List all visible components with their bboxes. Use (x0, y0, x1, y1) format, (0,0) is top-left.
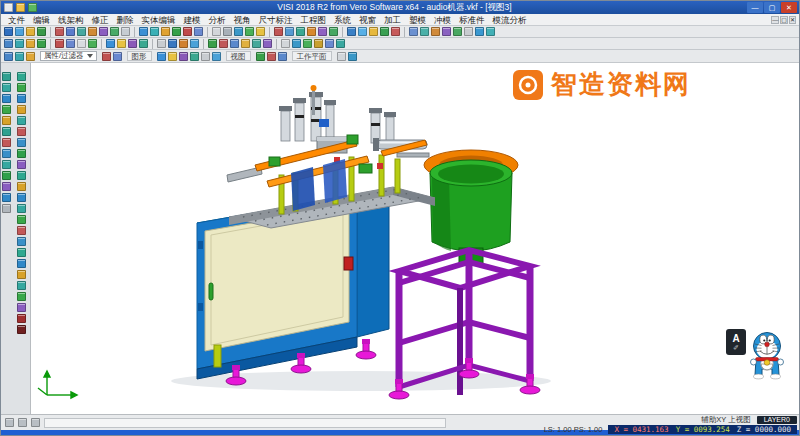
toolbar-icon[interactable] (420, 27, 429, 36)
toolbar-icon[interactable] (17, 149, 26, 158)
toolbar-icon[interactable] (17, 248, 26, 257)
toolbar-icon[interactable] (99, 27, 108, 36)
toolbar-icon[interactable] (17, 270, 26, 279)
workplane-indicator[interactable]: 辅助XY 上视图 (701, 415, 750, 425)
toolbar-icon[interactable] (194, 27, 203, 36)
toolbar-icon[interactable] (2, 72, 11, 81)
toolbar-icon[interactable] (17, 72, 26, 81)
toolbar-icon[interactable] (172, 27, 181, 36)
toolbar-icon[interactable] (380, 27, 389, 36)
toolbar-icon[interactable] (409, 27, 418, 36)
toolbar-icon[interactable] (17, 281, 26, 290)
toolbar-icon[interactable] (347, 27, 356, 36)
toolbar-icon[interactable] (4, 3, 13, 12)
menu-item-13[interactable]: 加工 (380, 15, 405, 25)
toolbar-icon[interactable] (55, 39, 64, 48)
toolbar-icon[interactable] (2, 160, 11, 169)
toolbar-icon[interactable] (303, 39, 312, 48)
toolbar-icon[interactable] (66, 39, 75, 48)
toolbar-icon[interactable] (2, 127, 11, 136)
toolbar-icon[interactable] (292, 39, 301, 48)
toolbar-icon[interactable] (17, 160, 26, 169)
toolbar-icon[interactable] (212, 52, 221, 61)
toolbar-icon[interactable] (139, 27, 148, 36)
toolbar-icon[interactable] (223, 27, 232, 36)
toolbar-icon[interactable] (296, 27, 305, 36)
toolbar-icon[interactable] (256, 27, 265, 36)
toolbar-icon[interactable] (274, 27, 283, 36)
switch-box[interactable] (344, 257, 353, 270)
toolbar-icon[interactable] (77, 27, 86, 36)
toolbar-icon[interactable] (66, 27, 75, 36)
toolbar-icon[interactable] (241, 39, 250, 48)
toolbar-icon[interactable] (17, 127, 26, 136)
toolbar-icon[interactable] (285, 27, 294, 36)
toolbar-icon[interactable] (267, 52, 276, 61)
toolbar-icon[interactable] (110, 27, 119, 36)
toolbar-icon[interactable] (113, 52, 122, 61)
menu-item-16[interactable]: 标准件 (455, 15, 489, 25)
toolbar-icon[interactable] (17, 237, 26, 246)
toolbar-icon[interactable] (2, 149, 11, 158)
toolbar-icon[interactable] (17, 193, 26, 202)
door-handle[interactable] (209, 283, 213, 300)
toolbar-icon[interactable] (2, 116, 11, 125)
toolbar-icon[interactable] (190, 52, 199, 61)
toolbar-icon[interactable] (77, 39, 86, 48)
toolbar-icon[interactable] (256, 52, 265, 61)
machine-model[interactable] (31, 63, 799, 414)
annotation-tool[interactable]: A ✐ (726, 329, 746, 355)
toolbar-icon[interactable] (128, 39, 137, 48)
toolbar-icon[interactable] (391, 27, 400, 36)
menu-item-7[interactable]: 分析 (205, 15, 230, 25)
menu-item-4[interactable]: 删除 (113, 15, 138, 25)
toolbar-icon[interactable] (245, 27, 254, 36)
toolbar-icon[interactable] (121, 27, 130, 36)
toolbar-icon[interactable] (139, 39, 148, 48)
toolbar-icon[interactable] (55, 27, 64, 36)
toolbar-icon[interactable] (348, 52, 357, 61)
toolbar-icon[interactable] (26, 27, 35, 36)
mini-ctl-0[interactable]: — (771, 16, 779, 24)
hopper-feeder[interactable] (424, 150, 518, 264)
toolbar-icon[interactable] (4, 52, 13, 61)
toolbar-icon[interactable] (431, 27, 440, 36)
toolbar-icon[interactable] (31, 418, 40, 427)
toolbar-icon[interactable] (2, 204, 11, 213)
mini-ctl-1[interactable]: ▢ (780, 16, 788, 24)
toolbar-icon[interactable] (17, 226, 26, 235)
toolbar-icon[interactable] (453, 27, 462, 36)
toolbar-icon[interactable] (2, 105, 11, 114)
toolbar-icon[interactable] (17, 325, 26, 334)
maximize-button[interactable]: ▢ (764, 2, 780, 13)
toolbar-icon[interactable] (150, 27, 159, 36)
toolbar-icon[interactable] (212, 27, 221, 36)
toolbar-icon[interactable] (358, 27, 367, 36)
toolbar-icon[interactable] (369, 27, 378, 36)
menu-item-5[interactable]: 实体编辑 (138, 15, 180, 25)
toolbar-icon[interactable] (88, 39, 97, 48)
toolbar-icon[interactable] (201, 52, 210, 61)
toolbar-icon[interactable] (278, 52, 287, 61)
toolbar-icon[interactable] (102, 52, 111, 61)
toolbar-icon[interactable] (318, 27, 327, 36)
toolbar-icon[interactable] (18, 418, 27, 427)
menu-item-10[interactable]: 工程图 (297, 15, 331, 25)
toolbar-icon[interactable] (17, 182, 26, 191)
toolbar-icon[interactable] (161, 27, 170, 36)
toolbar-icon[interactable] (4, 27, 13, 36)
toolbar-icon[interactable] (28, 3, 37, 12)
toolbar-icon[interactable] (17, 138, 26, 147)
toolbar-icon[interactable] (37, 27, 46, 36)
toolbar-icon[interactable] (2, 193, 11, 202)
toolbar-icon[interactable] (157, 52, 166, 61)
mini-ctl-2[interactable]: ✕ (789, 16, 796, 24)
menu-item-12[interactable]: 视窗 (355, 15, 380, 25)
toolbar-icon[interactable] (17, 171, 26, 180)
toolbar-icon[interactable] (234, 27, 243, 36)
toolbar-icon[interactable] (17, 314, 26, 323)
toolbar-icon[interactable] (2, 171, 11, 180)
close-button[interactable]: ✕ (781, 2, 797, 13)
toolbar-icon[interactable] (17, 204, 26, 213)
toolbar-icon[interactable] (329, 27, 338, 36)
